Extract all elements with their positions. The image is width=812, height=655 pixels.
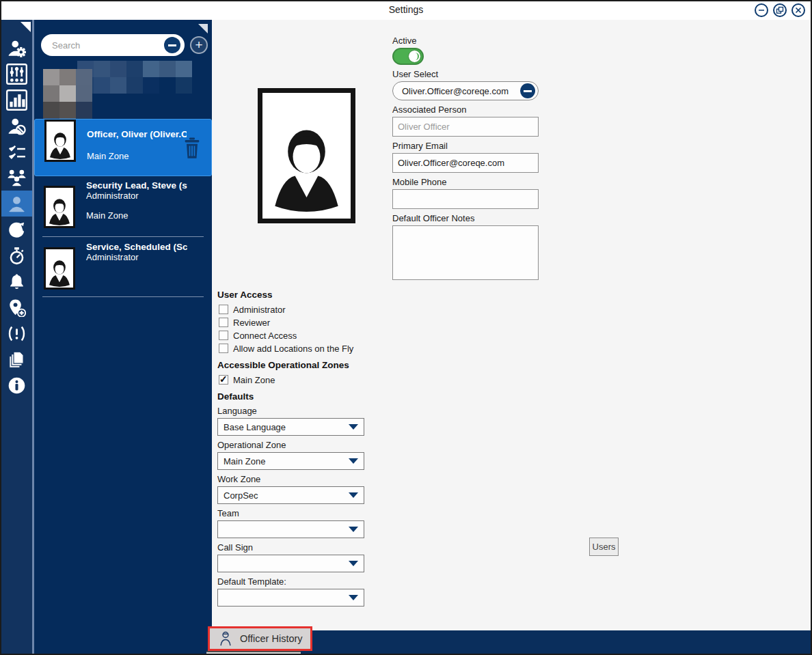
reviewer-checkbox[interactable] xyxy=(219,318,228,327)
user-select-label: User Select xyxy=(392,69,539,79)
officer-history-icon xyxy=(218,630,233,647)
checkbox-label: Allow add Locations on the Fly xyxy=(233,344,353,354)
work-zone-label: Work Zone xyxy=(217,474,369,484)
default-officer-notes-field[interactable] xyxy=(392,225,539,280)
reset-timer-icon[interactable] xyxy=(1,217,32,242)
checkbox-label: Reviewer xyxy=(233,318,270,328)
user-row-security-lead[interactable]: Security Lead, Steve (st Administrator M… xyxy=(34,178,212,236)
checkbox-row-reviewer: Reviewer xyxy=(219,316,369,329)
user-avatar xyxy=(44,247,75,290)
bell-icon[interactable] xyxy=(1,268,32,294)
minimize-button[interactable] xyxy=(755,3,768,17)
equalizer-chart-icon[interactable] xyxy=(1,87,32,113)
officer-photo-placeholder xyxy=(258,88,355,223)
settings-window: Settings xyxy=(0,0,812,655)
close-button[interactable] xyxy=(791,3,805,17)
administrator-checkbox[interactable] xyxy=(219,305,228,314)
list-divider xyxy=(42,296,204,297)
user-name: Officer, Oliver (Oliver.O xyxy=(87,129,187,139)
operational-zone-label: Operational Zone xyxy=(217,440,369,450)
checkbox-label: Administrator xyxy=(233,305,286,315)
clear-search-icon[interactable] xyxy=(164,37,180,53)
redacted-user-text xyxy=(77,61,192,94)
panel-resize-corner[interactable] xyxy=(198,24,208,33)
work-zone-dropdown[interactable]: CorpSec xyxy=(217,486,364,504)
remove-user-select-icon[interactable] xyxy=(520,83,535,98)
language-dropdown[interactable]: Base Language xyxy=(217,418,364,436)
user-row-service-scheduled[interactable]: Service, Scheduled (Sch Administrator xyxy=(34,239,212,296)
stopwatch-icon[interactable] xyxy=(1,242,32,268)
primary-email-label: Primary Email xyxy=(392,141,539,151)
users-button-label: Users xyxy=(593,542,616,552)
user-select-combo[interactable]: Oliver.Officer@coreqe.com xyxy=(392,81,539,100)
language-label: Language xyxy=(217,406,369,416)
list-divider xyxy=(42,236,204,237)
copy-pages-icon[interactable] xyxy=(1,346,32,372)
officer-user-icon[interactable] xyxy=(1,191,32,217)
officer-history-button[interactable]: Officer History xyxy=(208,626,312,651)
toggle-knob xyxy=(408,50,421,63)
checkbox-row-main-zone: Main Zone xyxy=(219,374,369,386)
active-toggle[interactable] xyxy=(392,48,424,65)
close-icon xyxy=(794,6,802,14)
connect-access-checkbox[interactable] xyxy=(219,331,228,340)
sidebar-collapse-corner[interactable] xyxy=(21,22,31,32)
defaults-heading: Defaults xyxy=(217,391,369,402)
user-row-officer-oliver[interactable]: Officer, Oliver (Oliver.O Main Zone xyxy=(34,119,212,176)
user-access-heading: User Access xyxy=(217,290,369,300)
user-list-panel: + Officer, Oliver (Oliver.O Main Zone xyxy=(34,20,212,654)
active-label: Active xyxy=(392,36,539,46)
users-button[interactable]: Users xyxy=(589,538,619,556)
titlebar: Settings xyxy=(1,1,811,20)
user-name: Service, Scheduled (Sch xyxy=(86,242,187,252)
search-box xyxy=(41,34,185,56)
checklist-icon[interactable] xyxy=(1,139,32,165)
delete-user-icon[interactable] xyxy=(182,137,202,159)
person-silhouette-icon xyxy=(271,116,342,219)
panel-scrollbar-strip[interactable] xyxy=(206,651,301,655)
mobile-phone-field[interactable] xyxy=(392,189,539,209)
main-zone-checkbox[interactable] xyxy=(219,375,228,385)
checkbox-row-administrator: Administrator xyxy=(219,303,369,316)
primary-email-field[interactable] xyxy=(392,153,539,173)
chevron-down-icon xyxy=(349,561,358,566)
officer-history-label: Officer History xyxy=(240,633,303,644)
user-settings-icon[interactable] xyxy=(1,35,32,61)
sliders-icon[interactable] xyxy=(1,61,32,87)
user-role: Administrator xyxy=(86,191,187,202)
icon-sidebar xyxy=(1,20,32,654)
user-blocked-icon[interactable] xyxy=(1,113,32,139)
associated-person-field[interactable] xyxy=(392,117,539,137)
alert-icon[interactable] xyxy=(1,320,32,346)
user-select-value: Oliver.Officer@coreqe.com xyxy=(402,86,520,96)
dropdown-value: Main Zone xyxy=(224,456,349,466)
info-icon[interactable] xyxy=(1,372,32,398)
default-template-label: Default Template: xyxy=(217,576,369,587)
dropdown-value: Base Language xyxy=(224,422,349,432)
user-zone: Main Zone xyxy=(87,151,187,163)
add-user-button[interactable]: + xyxy=(190,36,208,54)
checkbox-row-allow-add-locations: Allow add Locations on the Fly xyxy=(219,342,369,354)
team-group-icon[interactable] xyxy=(1,165,32,191)
checkbox-label: Main Zone xyxy=(233,375,275,385)
user-zone xyxy=(86,264,187,275)
default-template-dropdown[interactable] xyxy=(217,589,364,607)
call-sign-label: Call Sign xyxy=(217,542,369,553)
search-input[interactable] xyxy=(51,40,164,51)
team-dropdown[interactable] xyxy=(217,520,364,538)
chevron-down-icon xyxy=(349,458,358,464)
user-avatar xyxy=(44,120,76,162)
restore-button[interactable] xyxy=(773,3,787,17)
chevron-down-icon xyxy=(349,595,358,600)
call-sign-dropdown[interactable] xyxy=(217,555,364,572)
window-controls xyxy=(755,3,805,17)
user-detail-pane: Active User Select Oliver.Officer@coreqe… xyxy=(212,20,811,654)
location-add-icon[interactable] xyxy=(1,294,32,320)
allow-add-locations-checkbox[interactable] xyxy=(219,344,228,353)
associated-person-label: Associated Person xyxy=(392,104,539,115)
accessible-zones-heading: Accessible Operational Zones xyxy=(217,360,369,370)
window-title: Settings xyxy=(1,4,811,15)
chevron-down-icon xyxy=(349,492,358,498)
operational-zone-dropdown[interactable]: Main Zone xyxy=(217,452,364,470)
chevron-down-icon xyxy=(349,424,358,430)
